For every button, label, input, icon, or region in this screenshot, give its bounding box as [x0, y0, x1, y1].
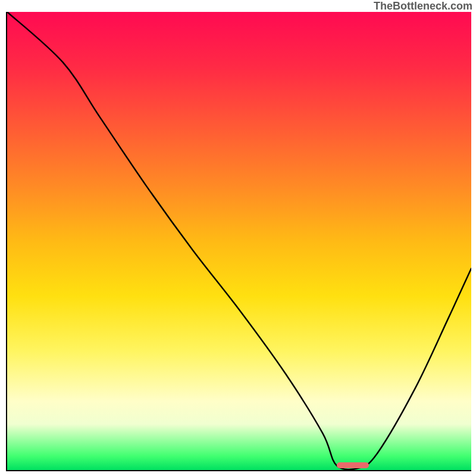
plot-area: [6, 12, 471, 471]
optimal-marker: [337, 462, 369, 468]
watermark-label: TheBottleneck.com: [374, 0, 472, 12]
chart-container: TheBottleneck.com: [0, 0, 476, 476]
bottleneck-curve: [7, 12, 471, 470]
